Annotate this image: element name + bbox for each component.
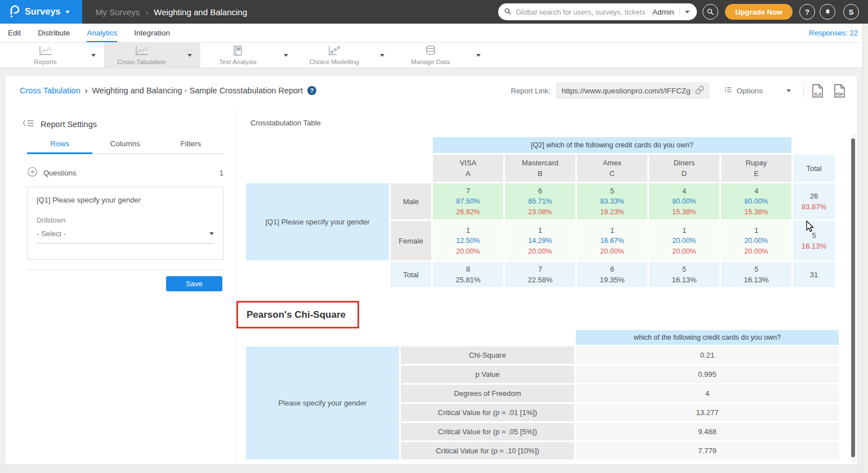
- brand-label: Surveys: [25, 7, 61, 17]
- settings-tab-filters[interactable]: Filters: [158, 136, 223, 154]
- save-button[interactable]: Save: [166, 276, 222, 291]
- crosstab-cell-male-rupay: 480.00%15.38%: [721, 183, 791, 219]
- chi-row-value-critical-value-for-p-01-1: 13.277: [576, 404, 839, 421]
- toolbar-item-dropdown[interactable]: [179, 54, 200, 57]
- tab-distribute[interactable]: Distribute: [38, 24, 70, 42]
- toolbar-item-dropdown[interactable]: [468, 54, 489, 57]
- row-header-female: Female: [391, 221, 431, 260]
- toolbar-manage-data[interactable]: Manage Data: [393, 43, 489, 67]
- drilldown-label: Drilldown: [37, 217, 214, 224]
- tab-integration[interactable]: Integration: [134, 24, 170, 42]
- help-icon[interactable]: ?: [307, 86, 316, 95]
- export-xls-button[interactable]: XLS: [812, 84, 824, 98]
- report-main: Crosstabulation Table [Q2] which of the …: [236, 110, 857, 465]
- survey-nav: EditDistributeAnalyticsIntegration Respo…: [0, 24, 868, 43]
- help-button[interactable]: ?: [799, 4, 815, 20]
- chi-row-label-p-value: p Value: [401, 366, 574, 383]
- content-area: Cross Tabulation › Weighting and Balanci…: [0, 68, 868, 473]
- export-pdf-button[interactable]: PDF: [834, 84, 845, 98]
- search-scope-dropdown[interactable]: [680, 11, 695, 13]
- report-settings-title: Report Settings: [41, 120, 97, 129]
- crosstab-spacer: [391, 137, 431, 153]
- vertical-scrollbar[interactable]: [851, 134, 856, 463]
- text-analysis-icon: [232, 46, 244, 58]
- crosstab-cell-male-mastercard: 685.71%23.08%: [505, 183, 575, 219]
- question-card: [Q1] Please specify your gender Drilldow…: [27, 187, 223, 260]
- tab-edit[interactable]: Edit: [8, 24, 21, 42]
- crosstab-cell-female-amex: 116.67%20.00%: [577, 221, 647, 260]
- toolbar-item-label: Manage Data: [411, 58, 450, 65]
- chevron-down-icon[interactable]: [786, 89, 791, 92]
- crosstab-spacer: [246, 262, 389, 287]
- toolbar-reports[interactable]: Reports: [8, 43, 104, 67]
- crosstab-cell-female-rupay: 120.00%20.00%: [721, 221, 791, 260]
- chevron-down-icon: [685, 11, 690, 13]
- search-icon: [504, 7, 512, 17]
- search-button[interactable]: [703, 4, 718, 20]
- avatar[interactable]: S: [843, 4, 859, 20]
- toolbar-item-dropdown[interactable]: [83, 54, 104, 57]
- column-header-diners: DinersD: [649, 155, 719, 182]
- report-url-box[interactable]: https://www.questionpro.com/t/lFFCZg: [556, 82, 710, 99]
- page-scrollbar-gutter[interactable]: [862, 24, 868, 473]
- upgrade-now-button[interactable]: Upgrade Now: [725, 4, 793, 20]
- crosstab-cell-male-visa: 787.50%26.92%: [433, 183, 503, 219]
- toolbar-cross-tabulation[interactable]: Cross-Tabulation: [104, 43, 200, 67]
- settings-tab-columns[interactable]: Columns: [92, 136, 158, 154]
- toolbar-item-main: Cross-Tabulation: [104, 46, 179, 65]
- breadcrumb-my-surveys[interactable]: My Surveys: [96, 7, 140, 17]
- chi-square-table: which of the following credit cards do y…: [244, 328, 840, 461]
- topbar-actions: Admin Upgrade Now ? S: [498, 3, 868, 20]
- crosstab-column-question: [Q2] which of the following credit cards…: [433, 137, 791, 153]
- responses-count[interactable]: Responses: 22: [809, 29, 868, 37]
- collapse-panel-icon[interactable]: [23, 119, 35, 129]
- crosstab-total-male: 2683.87%: [793, 183, 835, 219]
- toolbar-item-label: Reports: [34, 58, 56, 65]
- crosstab-spacer: [793, 137, 835, 153]
- column-header-amex: AmexC: [577, 155, 647, 182]
- notifications-button[interactable]: [820, 4, 835, 20]
- search-input[interactable]: [516, 8, 652, 16]
- column-header-mastercard: MastercardB: [505, 155, 575, 182]
- report-settings-panel: Report Settings RowsColumnsFilters Quest…: [6, 110, 236, 465]
- settings-tab-rows[interactable]: Rows: [27, 136, 92, 154]
- chevron-down-icon: [476, 54, 481, 57]
- link-icon[interactable]: [695, 85, 704, 96]
- crosstab-row-question: [Q1] Please specify your gender: [246, 183, 389, 260]
- toolbar-item-dropdown[interactable]: [372, 54, 393, 57]
- chevron-down-icon: [187, 54, 192, 57]
- chevron-down-icon: [380, 54, 384, 57]
- brand-block[interactable]: Surveys: [0, 0, 82, 24]
- survey-nav-tabs: EditDistributeAnalyticsIntegration: [8, 24, 170, 42]
- questions-row: Questions 1: [27, 166, 223, 179]
- line-chart-icon: [135, 46, 149, 58]
- row-header-male: Male: [391, 183, 431, 219]
- toolbar-item-dropdown[interactable]: [275, 54, 297, 57]
- options-button[interactable]: Options: [724, 86, 763, 95]
- chevron-down-icon: [65, 11, 70, 13]
- add-question-icon[interactable]: [27, 166, 38, 179]
- crosstab-columntotal-diners: 516.13%: [649, 262, 719, 287]
- report-url[interactable]: https://www.questionpro.com/t/lFFCZg: [562, 87, 691, 95]
- pearson-highlight-box: Pearson's Chi-Square: [236, 301, 359, 328]
- global-search[interactable]: Admin: [498, 3, 697, 20]
- questionpro-logo-icon: [7, 4, 20, 20]
- crosstab-spacer: [391, 155, 431, 182]
- crosstab-columntotal-visa: 825.81%: [433, 262, 503, 287]
- chi-row-label-critical-value-for-p-10-10: Critical Value for (p = .10 [10%]): [401, 442, 574, 460]
- cross-tabulation-link[interactable]: Cross Tabulation: [20, 86, 80, 95]
- toolbar-choice-modelling[interactable]: Choice Modelling: [297, 43, 393, 67]
- chi-row-label-critical-value-for-p-05-5: Critical Value for (p = .05 [5%]): [401, 423, 574, 440]
- questions-count: 1: [220, 169, 223, 177]
- drilldown-select[interactable]: - Select -: [37, 229, 214, 244]
- search-scope-label[interactable]: Admin: [652, 8, 674, 16]
- toolbar-text-analysis[interactable]: Text Analysis: [200, 43, 297, 67]
- scrollbar-thumb[interactable]: [851, 138, 855, 457]
- row-header-total: Total: [391, 262, 431, 287]
- divider: [27, 269, 223, 270]
- list-icon: [724, 86, 732, 95]
- report-settings-header: Report Settings: [23, 119, 223, 129]
- chevron-down-icon: [91, 54, 96, 57]
- tab-analytics[interactable]: Analytics: [87, 24, 117, 42]
- breadcrumb-separator: ›: [145, 7, 148, 17]
